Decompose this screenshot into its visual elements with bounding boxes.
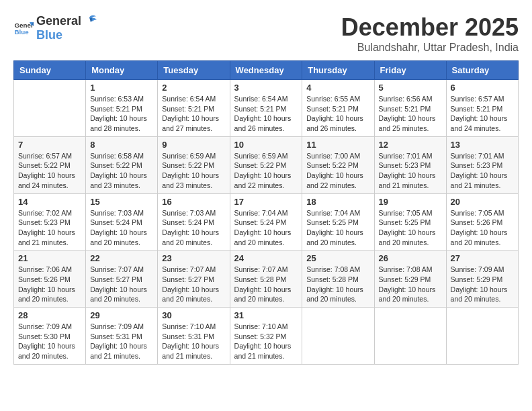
day-info: Sunrise: 7:08 AM Sunset: 5:29 PM Dayligh… xyxy=(379,265,442,304)
location-title: Bulandshahr, Uttar Pradesh, India xyxy=(341,42,519,54)
day-number: 4 xyxy=(306,83,369,93)
calendar-cell: 13Sunrise: 7:01 AM Sunset: 5:23 PM Dayli… xyxy=(446,136,518,193)
day-info: Sunrise: 7:01 AM Sunset: 5:23 PM Dayligh… xyxy=(451,151,514,191)
day-info: Sunrise: 6:55 AM Sunset: 5:21 PM Dayligh… xyxy=(306,94,369,134)
day-number: 2 xyxy=(162,83,225,93)
day-number: 8 xyxy=(90,140,153,150)
day-info: Sunrise: 7:03 AM Sunset: 5:24 PM Dayligh… xyxy=(90,208,153,248)
calendar-week-row: 1Sunrise: 6:53 AM Sunset: 5:21 PM Daylig… xyxy=(14,80,519,137)
calendar-cell: 9Sunrise: 6:59 AM Sunset: 5:22 PM Daylig… xyxy=(158,136,230,193)
title-area: December 2025 Bulandshahr, Uttar Pradesh… xyxy=(341,13,519,54)
day-info: Sunrise: 7:03 AM Sunset: 5:24 PM Dayligh… xyxy=(162,208,225,248)
calendar-cell: 29Sunrise: 7:09 AM Sunset: 5:31 PM Dayli… xyxy=(86,308,158,365)
day-info: Sunrise: 6:56 AM Sunset: 5:21 PM Dayligh… xyxy=(379,94,442,134)
day-info: Sunrise: 6:53 AM Sunset: 5:21 PM Dayligh… xyxy=(90,94,153,134)
day-number: 3 xyxy=(234,83,298,93)
day-info: Sunrise: 7:07 AM Sunset: 5:27 PM Dayligh… xyxy=(162,265,225,304)
calendar-cell: 25Sunrise: 7:08 AM Sunset: 5:28 PM Dayli… xyxy=(302,250,374,308)
day-info: Sunrise: 7:07 AM Sunset: 5:27 PM Dayligh… xyxy=(90,265,153,304)
calendar-cell: 20Sunrise: 7:05 AM Sunset: 5:26 PM Dayli… xyxy=(446,193,518,250)
calendar-cell: 5Sunrise: 6:56 AM Sunset: 5:21 PM Daylig… xyxy=(374,80,446,137)
day-number: 20 xyxy=(451,197,514,207)
calendar-header-sunday: Sunday xyxy=(14,61,86,80)
calendar-cell xyxy=(374,308,446,365)
calendar-cell: 10Sunrise: 6:59 AM Sunset: 5:22 PM Dayli… xyxy=(230,136,302,193)
logo-icon: General Blue xyxy=(13,18,34,38)
calendar-header-wednesday: Wednesday xyxy=(230,61,302,80)
day-number: 7 xyxy=(18,140,81,150)
day-number: 25 xyxy=(306,253,369,263)
calendar-cell: 30Sunrise: 7:10 AM Sunset: 5:31 PM Dayli… xyxy=(158,308,230,365)
calendar-cell xyxy=(14,80,86,137)
day-number: 10 xyxy=(234,140,298,150)
calendar-cell: 8Sunrise: 6:58 AM Sunset: 5:22 PM Daylig… xyxy=(86,136,158,193)
calendar-cell: 21Sunrise: 7:06 AM Sunset: 5:26 PM Dayli… xyxy=(14,250,86,308)
day-number: 9 xyxy=(162,140,225,150)
calendar-cell: 24Sunrise: 7:07 AM Sunset: 5:28 PM Dayli… xyxy=(230,250,302,308)
calendar-header-friday: Friday xyxy=(374,61,446,80)
calendar-week-row: 28Sunrise: 7:09 AM Sunset: 5:30 PM Dayli… xyxy=(14,308,519,365)
day-info: Sunrise: 6:59 AM Sunset: 5:22 PM Dayligh… xyxy=(234,151,298,191)
day-info: Sunrise: 7:05 AM Sunset: 5:25 PM Dayligh… xyxy=(379,208,442,248)
calendar-cell: 18Sunrise: 7:04 AM Sunset: 5:25 PM Dayli… xyxy=(302,193,374,250)
calendar-week-row: 14Sunrise: 7:02 AM Sunset: 5:23 PM Dayli… xyxy=(14,193,519,250)
day-info: Sunrise: 7:09 AM Sunset: 5:31 PM Dayligh… xyxy=(90,322,153,361)
day-info: Sunrise: 7:09 AM Sunset: 5:29 PM Dayligh… xyxy=(451,265,514,304)
calendar-cell: 22Sunrise: 7:07 AM Sunset: 5:27 PM Dayli… xyxy=(86,250,158,308)
calendar-cell xyxy=(302,308,374,365)
calendar-cell: 6Sunrise: 6:57 AM Sunset: 5:21 PM Daylig… xyxy=(446,80,518,137)
day-number: 16 xyxy=(162,197,225,207)
calendar-cell xyxy=(446,308,518,365)
calendar-cell: 16Sunrise: 7:03 AM Sunset: 5:24 PM Dayli… xyxy=(158,193,230,250)
logo-general: General xyxy=(36,14,81,28)
calendar-cell: 4Sunrise: 6:55 AM Sunset: 5:21 PM Daylig… xyxy=(302,80,374,137)
calendar-week-row: 7Sunrise: 6:57 AM Sunset: 5:22 PM Daylig… xyxy=(14,136,519,193)
day-number: 21 xyxy=(18,253,81,263)
day-number: 24 xyxy=(234,253,298,263)
day-info: Sunrise: 7:09 AM Sunset: 5:30 PM Dayligh… xyxy=(18,322,81,361)
day-number: 22 xyxy=(90,253,153,263)
calendar-cell: 15Sunrise: 7:03 AM Sunset: 5:24 PM Dayli… xyxy=(86,193,158,250)
day-number: 31 xyxy=(234,310,298,320)
day-info: Sunrise: 6:59 AM Sunset: 5:22 PM Dayligh… xyxy=(162,151,225,191)
calendar-header-monday: Monday xyxy=(86,61,158,80)
calendar-cell: 26Sunrise: 7:08 AM Sunset: 5:29 PM Dayli… xyxy=(374,250,446,308)
calendar-header-saturday: Saturday xyxy=(446,61,518,80)
day-info: Sunrise: 6:57 AM Sunset: 5:21 PM Dayligh… xyxy=(451,94,514,134)
day-info: Sunrise: 6:58 AM Sunset: 5:22 PM Dayligh… xyxy=(90,151,153,191)
calendar-cell: 27Sunrise: 7:09 AM Sunset: 5:29 PM Dayli… xyxy=(446,250,518,308)
page-header: General Blue General Blue December 2025 … xyxy=(13,13,519,54)
day-info: Sunrise: 6:57 AM Sunset: 5:22 PM Dayligh… xyxy=(18,151,81,191)
calendar-cell: 14Sunrise: 7:02 AM Sunset: 5:23 PM Dayli… xyxy=(14,193,86,250)
day-number: 14 xyxy=(18,197,81,207)
calendar-cell: 2Sunrise: 6:54 AM Sunset: 5:21 PM Daylig… xyxy=(158,80,230,137)
day-number: 18 xyxy=(306,197,369,207)
month-title: December 2025 xyxy=(341,13,519,42)
day-number: 19 xyxy=(379,197,442,207)
day-number: 29 xyxy=(90,310,153,320)
calendar-header-tuesday: Tuesday xyxy=(158,61,230,80)
calendar-cell: 28Sunrise: 7:09 AM Sunset: 5:30 PM Dayli… xyxy=(14,308,86,365)
calendar-header-row: SundayMondayTuesdayWednesdayThursdayFrid… xyxy=(14,61,519,80)
day-info: Sunrise: 7:08 AM Sunset: 5:28 PM Dayligh… xyxy=(306,265,369,304)
day-info: Sunrise: 6:54 AM Sunset: 5:21 PM Dayligh… xyxy=(234,94,298,134)
day-info: Sunrise: 7:01 AM Sunset: 5:23 PM Dayligh… xyxy=(379,151,442,191)
day-number: 12 xyxy=(379,140,442,150)
day-info: Sunrise: 7:07 AM Sunset: 5:28 PM Dayligh… xyxy=(234,265,298,304)
day-info: Sunrise: 7:10 AM Sunset: 5:32 PM Dayligh… xyxy=(234,322,298,361)
day-number: 5 xyxy=(379,83,442,93)
calendar-cell: 3Sunrise: 6:54 AM Sunset: 5:21 PM Daylig… xyxy=(230,80,302,137)
day-info: Sunrise: 6:54 AM Sunset: 5:21 PM Dayligh… xyxy=(162,94,225,134)
calendar-table: SundayMondayTuesdayWednesdayThursdayFrid… xyxy=(13,60,519,365)
calendar-cell: 7Sunrise: 6:57 AM Sunset: 5:22 PM Daylig… xyxy=(14,136,86,193)
calendar-cell: 31Sunrise: 7:10 AM Sunset: 5:32 PM Dayli… xyxy=(230,308,302,365)
day-number: 26 xyxy=(379,253,442,263)
day-number: 23 xyxy=(162,253,225,263)
day-number: 11 xyxy=(306,140,369,150)
day-info: Sunrise: 7:04 AM Sunset: 5:24 PM Dayligh… xyxy=(234,208,298,248)
day-info: Sunrise: 7:05 AM Sunset: 5:26 PM Dayligh… xyxy=(451,208,514,248)
day-info: Sunrise: 7:02 AM Sunset: 5:23 PM Dayligh… xyxy=(18,208,81,248)
day-info: Sunrise: 7:10 AM Sunset: 5:31 PM Dayligh… xyxy=(162,322,225,361)
day-number: 17 xyxy=(234,197,298,207)
day-number: 28 xyxy=(18,310,81,320)
